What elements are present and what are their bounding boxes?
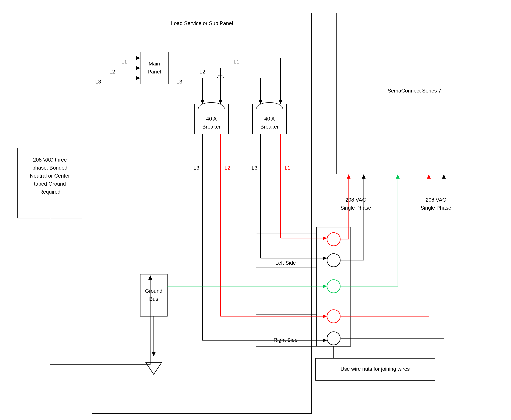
mp-l3-wire-b2 [224,78,261,102]
left-phase-line1: 208 VAC [346,197,366,203]
breaker-1-line1: 40 A [206,116,217,122]
ground-bus-line1: Ground [145,288,163,294]
terminal-block [317,227,351,346]
right-phase-line2: Single Phase [420,205,451,211]
mp-l1-wire [168,58,280,102]
breaker-2-line1: 40 A [264,116,275,122]
arrow-icon [323,338,327,342]
arrow-icon [323,236,327,240]
supply-l2-wire [50,68,138,148]
supply-line-3: Neutral or Center [30,173,70,179]
l2-label-out: L2 [200,69,205,75]
right-phase-line1: 208 VAC [426,197,446,203]
supply-l3-wire [66,78,138,148]
arrow-icon [362,174,365,179]
breaker-1-line2: Breaker [202,124,220,130]
arrow-icon [136,56,140,60]
main-panel-line2: Panel [148,69,161,75]
mp-l3-wire-a [168,78,202,102]
panel-title: Load Service or Sub Panel [171,20,233,26]
b2-l3-label: L3 [252,165,257,171]
supply-line-4: taped Ground [34,181,66,187]
b2-l1-label: L1 [285,165,291,171]
supply-line-5: Required [39,189,61,195]
arrow-icon [396,174,400,179]
mp-l2-wire [168,68,220,102]
left-phase-line2: Single Phase [340,205,371,211]
l2-label-in: L2 [109,69,115,75]
wire-nut-3 [327,280,340,293]
wire-nuts-label: Use wire nuts for joining wires [341,366,410,372]
arrow-icon [279,100,283,104]
supply-line-1: 208 VAC three [33,157,67,163]
arrow-icon [323,315,327,318]
wire-nut-1 [327,233,340,246]
l1-label-in: L1 [121,59,127,65]
wiring-diagram: Load Service or Sub Panel 208 VAC three … [0,0,511,420]
arrow-icon [136,66,140,70]
supply-l1-wire [34,58,138,148]
supply-line-2: phase, Bonded [32,165,68,171]
arrow-icon [136,76,140,80]
supply-ground-wire [50,218,150,364]
b1-l2-label: L2 [225,165,231,171]
ground-bus-line2: Bus [149,296,158,302]
ground-bus-box [140,274,167,316]
b1-l3-label: L3 [194,165,199,171]
arrow-icon [323,285,327,288]
right-side-label: Right Side [273,337,298,343]
wire-nut-2 [327,254,340,267]
l3-label-in: L3 [95,79,101,85]
main-panel-line1: Main [149,61,160,67]
breaker-2-line2: Breaker [260,124,279,130]
left-side-label: Left Side [275,260,296,266]
wire-nut-4 [327,310,340,323]
l3-label-out: L3 [177,79,182,85]
arrow-icon [347,174,350,179]
arrow-icon [442,174,446,179]
device-label: SemaConnect Series 7 [387,88,441,94]
main-panel-box [140,52,168,84]
arrow-icon [427,174,431,179]
arrow-icon [148,275,152,280]
wn2-up-black [341,177,364,260]
arrow-icon [323,256,327,260]
arrow-icon [152,352,156,356]
wire-nut-5 [327,332,340,345]
wn3-up-green [341,177,398,286]
l1-label-out: L1 [234,59,240,65]
